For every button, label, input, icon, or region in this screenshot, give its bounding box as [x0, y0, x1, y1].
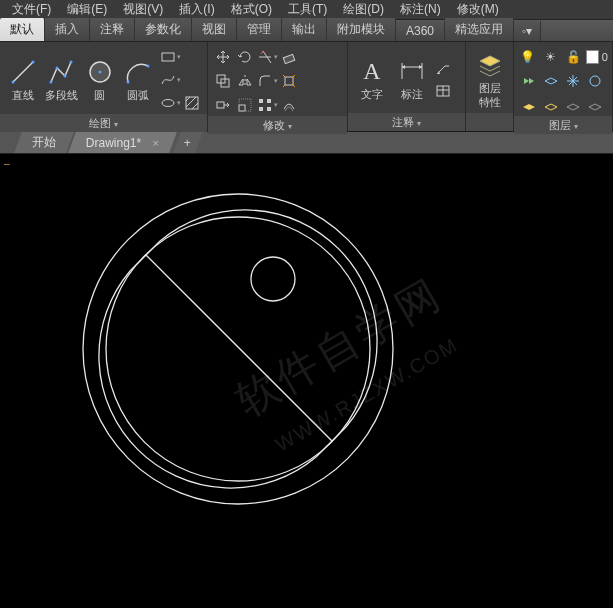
menu-dimension[interactable]: 标注(N) — [394, 1, 447, 18]
offset-button[interactable] — [278, 94, 300, 116]
move-button[interactable] — [212, 46, 234, 68]
document-tabs: 开始 Drawing1* × + — [0, 132, 613, 154]
layer-state-button[interactable] — [518, 70, 540, 92]
ribbon-tab-a360[interactable]: A360 — [396, 21, 445, 41]
panel-draw-title[interactable]: 绘图 — [0, 114, 207, 132]
text-button[interactable]: A 文字 — [352, 55, 392, 104]
svg-line-43 — [130, 255, 146, 271]
layer-properties-button[interactable]: 图层 特性 — [470, 50, 510, 110]
layer-name[interactable]: 0 — [602, 51, 608, 63]
menu-bar: 文件(F) 编辑(E) 视图(V) 插入(I) 格式(O) 工具(T) 绘图(D… — [0, 0, 613, 20]
svg-line-15 — [186, 97, 196, 107]
layer-freeze-button[interactable] — [562, 70, 584, 92]
ribbon-tab-insert[interactable]: 插入 — [45, 18, 90, 41]
ribbon-tab-view[interactable]: 视图 — [192, 18, 237, 41]
ellipse-button[interactable] — [159, 92, 181, 114]
spline-button[interactable] — [159, 69, 181, 91]
svg-point-5 — [64, 74, 67, 77]
explode-button[interactable] — [278, 70, 300, 92]
close-icon[interactable]: × — [153, 137, 159, 149]
ucs-mark: – — [4, 158, 10, 169]
menu-draw[interactable]: 绘图(D) — [337, 1, 390, 18]
trim-button[interactable] — [256, 46, 278, 68]
menu-insert[interactable]: 插入(I) — [173, 1, 220, 18]
array-button[interactable] — [256, 94, 278, 116]
svg-point-6 — [70, 60, 73, 63]
layer-match-button[interactable] — [518, 94, 540, 116]
layer-color-swatch[interactable] — [586, 50, 599, 64]
copy-button[interactable] — [212, 70, 234, 92]
polyline-button[interactable]: 多段线 — [42, 56, 80, 105]
layer-off-button[interactable] — [584, 70, 606, 92]
circle-button[interactable]: 圆 — [81, 56, 119, 105]
ribbon-tab-addins[interactable]: 附加模块 — [327, 18, 396, 41]
svg-rect-25 — [217, 102, 224, 108]
lock-icon[interactable]: 🔓 — [563, 46, 583, 68]
dimension-button[interactable]: 标注 — [392, 55, 432, 104]
menu-edit[interactable]: 编辑(E) — [61, 1, 113, 18]
ribbon-tabstrip: 默认 插入 注释 参数化 视图 管理 输出 附加模块 A360 精选应用 ◦▾ — [0, 20, 613, 42]
panel-annotate-title[interactable]: 注释 — [348, 113, 465, 131]
layer-isolate-button[interactable] — [540, 70, 562, 92]
layer-change-button[interactable] — [584, 94, 606, 116]
svg-point-41 — [106, 217, 370, 481]
panel-layers-title[interactable]: 图层 — [514, 116, 612, 134]
menu-modify[interactable]: 修改(M) — [451, 1, 505, 18]
svg-line-46 — [316, 441, 332, 457]
lightbulb-icon[interactable]: 💡 — [518, 46, 538, 68]
layer-properties-label-1: 图层 — [479, 82, 501, 94]
dimension-label: 标注 — [401, 87, 423, 102]
erase-button[interactable] — [278, 46, 300, 68]
fillet-button[interactable] — [256, 70, 278, 92]
svg-rect-20 — [285, 77, 293, 85]
doc-tab-start-label: 开始 — [32, 134, 56, 151]
menu-format[interactable]: 格式(O) — [225, 1, 278, 18]
leader-button[interactable] — [432, 57, 454, 79]
panel-layers: 💡 ☀ 🔓 0 图层 — [514, 42, 613, 131]
svg-rect-31 — [267, 107, 271, 111]
text-icon: A — [358, 57, 386, 85]
layer-walk-button[interactable] — [562, 94, 584, 116]
plus-icon: + — [185, 136, 192, 150]
svg-rect-29 — [267, 99, 271, 103]
circle-label: 圆 — [94, 88, 105, 103]
panel-modify-title[interactable]: 修改 — [208, 116, 347, 134]
ribbon-tab-expander[interactable]: ◦▾ — [514, 21, 541, 41]
mirror-button[interactable] — [234, 70, 256, 92]
scale-button[interactable] — [234, 94, 256, 116]
ribbon-tab-manage[interactable]: 管理 — [237, 18, 282, 41]
svg-rect-17 — [283, 54, 294, 63]
polyline-label: 多段线 — [45, 88, 78, 103]
circle-icon — [86, 58, 114, 86]
ribbon-tab-default[interactable]: 默认 — [0, 18, 45, 41]
table-button[interactable] — [432, 80, 454, 102]
doc-tab-drawing1[interactable]: Drawing1* × — [68, 132, 177, 153]
panel-annotate: A 文字 标注 注释 — [348, 42, 466, 131]
svg-point-4 — [56, 66, 59, 69]
ribbon-tab-featured[interactable]: 精选应用 — [445, 18, 514, 41]
svg-point-2 — [32, 60, 35, 63]
doc-tab-start[interactable]: 开始 — [14, 132, 74, 153]
line-button[interactable]: 直线 — [4, 56, 42, 105]
drawing-canvas[interactable]: – 软件自学网 WWW.RJZXW.COM — [0, 154, 613, 608]
stretch-button[interactable] — [212, 94, 234, 116]
menu-tools[interactable]: 工具(T) — [282, 1, 333, 18]
svg-line-16 — [192, 103, 198, 109]
rotate-button[interactable] — [234, 46, 256, 68]
svg-rect-30 — [259, 107, 263, 111]
svg-point-12 — [162, 100, 174, 107]
line-icon — [9, 58, 37, 86]
ribbon-tab-annotate[interactable]: 注释 — [90, 18, 135, 41]
ribbon-tab-output[interactable]: 输出 — [282, 18, 327, 41]
menu-file[interactable]: 文件(F) — [6, 1, 57, 18]
layer-previous-button[interactable] — [540, 94, 562, 116]
svg-point-10 — [146, 64, 149, 67]
new-doc-button[interactable]: + — [173, 132, 203, 153]
arc-button[interactable]: 圆弧 — [119, 56, 157, 105]
menu-view[interactable]: 视图(V) — [117, 1, 169, 18]
ribbon-tab-parametric[interactable]: 参数化 — [135, 18, 192, 41]
svg-rect-28 — [259, 99, 263, 103]
rectangle-button[interactable] — [159, 46, 181, 68]
hatch-button[interactable] — [181, 92, 203, 114]
sun-icon[interactable]: ☀ — [541, 46, 561, 68]
